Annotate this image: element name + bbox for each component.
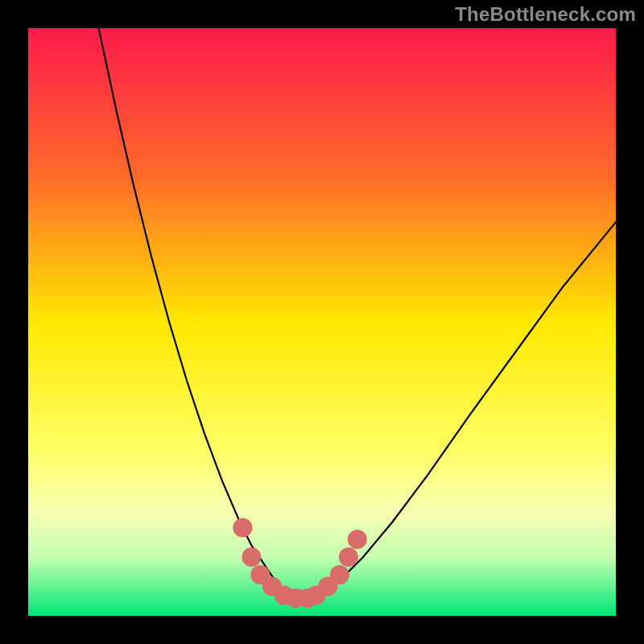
gradient-background xyxy=(28,28,616,616)
chart-frame: TheBottleneck.com xyxy=(0,0,644,644)
highlight-dot xyxy=(339,547,358,567)
highlight-dot xyxy=(330,565,349,584)
highlight-dot xyxy=(348,530,367,549)
highlight-dot xyxy=(233,518,252,538)
highlight-dot xyxy=(242,547,261,567)
bottleneck-chart xyxy=(28,28,616,616)
watermark-label: TheBottleneck.com xyxy=(455,3,636,26)
